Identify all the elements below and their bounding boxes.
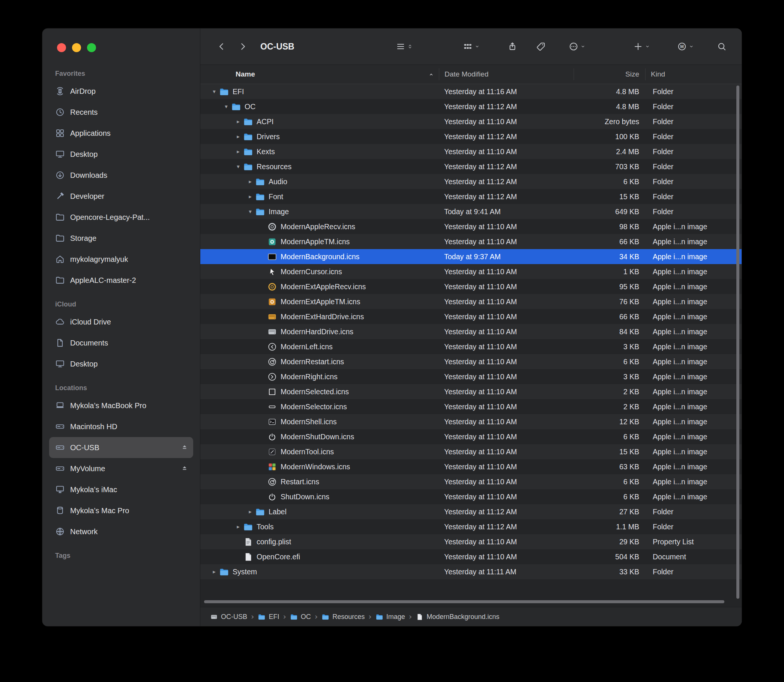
sidebar-item-mykola-s-macbook-pro[interactable]: Mykola’s MacBook Pro — [49, 395, 193, 416]
file-row[interactable]: ▸SystemYesterday at 11:11 AM33 KBFolder — [200, 564, 742, 579]
file-row[interactable]: ModernShutDown.icnsYesterday at 11:10 AM… — [200, 429, 742, 444]
file-row[interactable]: ▾OCYesterday at 11:12 AM4.8 MBFolder — [200, 99, 742, 114]
account-button[interactable]: M — [677, 41, 694, 51]
file-row[interactable]: OpenCore.efiYesterday at 11:10 AM504 KBD… — [200, 549, 742, 564]
sidebar-item-macintosh-hd[interactable]: Macintosh HD — [49, 416, 193, 437]
more-actions-button[interactable] — [569, 41, 586, 51]
sidebar-item-network[interactable]: Network — [49, 521, 193, 542]
disclosure-closed-icon[interactable]: ▸ — [245, 193, 255, 200]
file-row[interactable]: ShutDown.icnsYesterday at 11:10 AM6 KBAp… — [200, 489, 742, 504]
new-folder-button[interactable] — [633, 41, 650, 51]
column-header-name[interactable]: Name — [200, 68, 439, 80]
file-row[interactable]: ModernWindows.icnsYesterday at 11:10 AM6… — [200, 459, 742, 474]
file-date: Yesterday at 11:12 AM — [439, 177, 574, 186]
file-row[interactable]: ▸AudioYesterday at 11:12 AM6 KBFolder — [200, 174, 742, 189]
path-item-resources[interactable]: Resources — [322, 613, 365, 621]
disclosure-closed-icon[interactable]: ▸ — [245, 178, 255, 185]
file-row[interactable]: ▸ToolsYesterday at 11:12 AM1.1 MBFolder — [200, 519, 742, 534]
file-row[interactable]: ModernAppleTM.icnsYesterday at 11:10 AM6… — [200, 234, 742, 249]
path-item-oc[interactable]: OC — [290, 613, 311, 621]
disclosure-closed-icon[interactable]: ▸ — [233, 118, 243, 125]
back-button[interactable] — [217, 41, 226, 51]
sidebar-item-downloads[interactable]: Downloads — [49, 165, 193, 186]
path-item-oc-usb[interactable]: OC-USB — [210, 613, 247, 621]
file-row[interactable]: ▸FontYesterday at 11:12 AM15 KBFolder — [200, 189, 742, 204]
drive-orange-icon — [267, 312, 277, 322]
sidebar-item-desktop[interactable]: Desktop — [49, 354, 193, 374]
file-row[interactable]: ModernExtAppleTM.icnsYesterday at 11:10 … — [200, 294, 742, 309]
sidebar-item-mykola-s-mac-pro[interactable]: Mykola’s Mac Pro — [49, 500, 193, 521]
file-row[interactable]: ▾ResourcesYesterday at 11:12 AM703 KBFol… — [200, 159, 742, 174]
sidebar-item-airdrop[interactable]: AirDrop — [49, 81, 193, 102]
path-item-image[interactable]: Image — [376, 613, 405, 621]
search-button[interactable] — [717, 41, 727, 51]
sidebar-item-icloud-drive[interactable]: iCloud Drive — [49, 311, 193, 332]
file-name-cell: ModernTool.icns — [200, 447, 439, 457]
file-row[interactable]: ModernBackground.icnsToday at 9:37 AM34 … — [200, 249, 742, 264]
disclosure-closed-icon[interactable]: ▸ — [209, 568, 219, 575]
column-header-date[interactable]: Date Modified — [439, 68, 574, 80]
sidebar-item-mykola-s-imac[interactable]: Mykola’s iMac — [49, 479, 193, 500]
disclosure-open-icon[interactable]: ▾ — [209, 88, 219, 95]
close-button[interactable] — [57, 43, 66, 52]
file-row[interactable]: ModernExtAppleRecv.icnsYesterday at 11:1… — [200, 279, 742, 294]
eject-button[interactable] — [180, 464, 189, 473]
disclosure-open-icon[interactable]: ▾ — [221, 103, 231, 110]
sidebar-item-applications[interactable]: Applications — [49, 123, 193, 144]
sidebar-item-applealc-master-2[interactable]: AppleALC-master-2 — [49, 270, 193, 291]
sidebar-item-documents[interactable]: Documents — [49, 332, 193, 354]
forward-button[interactable] — [238, 41, 248, 51]
file-name-cell: ModernHardDrive.icns — [200, 327, 439, 337]
square-outline-icon — [267, 387, 277, 397]
file-row[interactable]: ▸ACPIYesterday at 11:10 AMZero bytesFold… — [200, 114, 742, 129]
horizontal-scrollbar[interactable] — [204, 600, 724, 603]
disclosure-closed-icon[interactable]: ▸ — [233, 133, 243, 140]
file-row[interactable]: ModernSelected.icnsYesterday at 11:10 AM… — [200, 384, 742, 399]
minimize-button[interactable] — [72, 43, 81, 52]
file-row[interactable]: ModernCursor.icnsYesterday at 11:10 AM1 … — [200, 264, 742, 279]
file-row[interactable]: Restart.icnsYesterday at 11:10 AM6 KBApp… — [200, 474, 742, 489]
file-row[interactable]: ModernLeft.icnsYesterday at 11:10 AM3 KB… — [200, 339, 742, 354]
sidebar-item-storage[interactable]: Storage — [49, 228, 193, 249]
sidebar-item-developer[interactable]: Developer — [49, 186, 193, 207]
disclosure-open-icon[interactable]: ▾ — [233, 163, 243, 170]
file-row[interactable]: ModernRestart.icnsYesterday at 11:10 AM6… — [200, 354, 742, 369]
tags-button[interactable] — [536, 41, 546, 51]
sidebar-item-myvolume[interactable]: MyVolume — [49, 458, 193, 479]
file-row[interactable]: ▸KextsYesterday at 11:10 AM2.4 MBFolder — [200, 144, 742, 159]
sidebar-item-opencore-legacy-pat[interactable]: Opencore-Legacy-Pat... — [49, 207, 193, 228]
file-row[interactable]: ModernShell.icnsYesterday at 11:10 AM12 … — [200, 414, 742, 429]
eject-button[interactable] — [180, 443, 189, 452]
disclosure-open-icon[interactable]: ▾ — [245, 208, 255, 215]
file-size: 3 KB — [574, 373, 645, 381]
group-by-button[interactable] — [463, 41, 480, 51]
file-row[interactable]: ModernExtHardDrive.icnsYesterday at 11:1… — [200, 309, 742, 324]
file-date: Yesterday at 11:12 AM — [439, 508, 574, 516]
file-row[interactable]: ModernSelector.icnsYesterday at 11:10 AM… — [200, 399, 742, 414]
sidebar-item-oc-usb[interactable]: OC-USB — [49, 437, 193, 458]
sidebar-item-desktop[interactable]: Desktop — [49, 144, 193, 165]
sidebar-item-recents[interactable]: Recents — [49, 102, 193, 123]
share-button[interactable] — [508, 41, 517, 51]
disclosure-closed-icon[interactable]: ▸ — [245, 508, 255, 515]
file-row[interactable]: ▸LabelYesterday at 11:12 AM27 KBFolder — [200, 504, 742, 519]
file-row[interactable]: ModernRight.icnsYesterday at 11:10 AM3 K… — [200, 369, 742, 384]
vertical-scrollbar[interactable] — [736, 86, 739, 599]
file-row[interactable]: ModernHardDrive.icnsYesterday at 11:10 A… — [200, 324, 742, 339]
disclosure-closed-icon[interactable]: ▸ — [233, 148, 243, 155]
file-row[interactable]: ModernTool.icnsYesterday at 11:10 AM15 K… — [200, 444, 742, 459]
file-row[interactable]: ▾ImageToday at 9:41 AM649 KBFolder — [200, 204, 742, 219]
path-item-efi[interactable]: EFI — [258, 613, 279, 621]
disclosure-closed-icon[interactable]: ▸ — [233, 523, 243, 530]
sidebar-item-mykolagrymalyuk[interactable]: mykolagrymalyuk — [49, 249, 193, 270]
column-header-kind[interactable]: Kind — [645, 68, 732, 80]
file-row[interactable]: config.plistYesterday at 11:10 AM29 KBPr… — [200, 534, 742, 549]
drive-side-icon — [55, 443, 65, 453]
view-mode-button[interactable] — [396, 41, 413, 51]
path-item-modernbackground-icns[interactable]: ModernBackground.icns — [416, 613, 499, 621]
file-row[interactable]: ModernAppleRecv.icnsYesterday at 11:10 A… — [200, 219, 742, 234]
file-row[interactable]: ▾EFIYesterday at 11:16 AM4.8 MBFolder — [200, 84, 742, 99]
file-row[interactable]: ▸DriversYesterday at 11:12 AM100 KBFolde… — [200, 129, 742, 144]
zoom-button[interactable] — [87, 43, 96, 52]
column-header-size[interactable]: Size — [574, 68, 645, 80]
